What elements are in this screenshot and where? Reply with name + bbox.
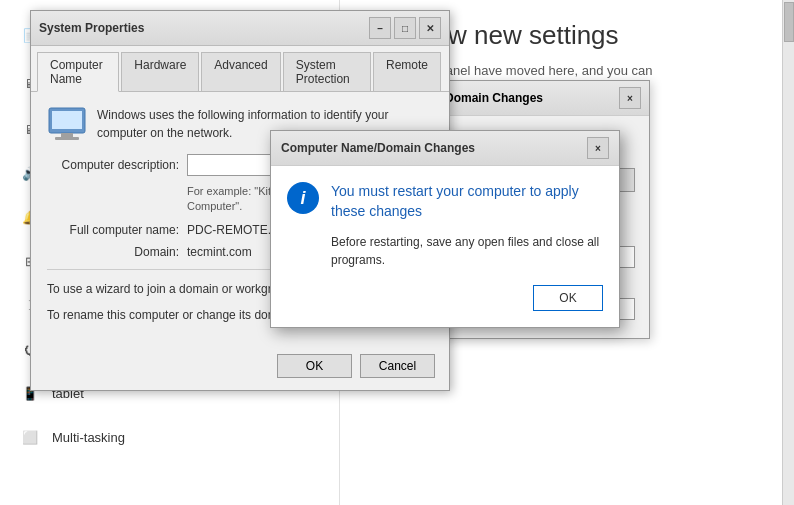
tabs-bar: Computer Name Hardware Advanced System P… [31, 46, 449, 92]
minimize-button[interactable]: – [369, 17, 391, 39]
svg-rect-2 [61, 133, 73, 137]
dc-body: i You must restart your computer to appl… [271, 166, 619, 327]
dc-content-row: i You must restart your computer to appl… [287, 182, 603, 221]
dc-main-text: You must restart your computer to apply … [331, 182, 603, 221]
svg-rect-3 [55, 137, 79, 140]
tab-remote[interactable]: Remote [373, 52, 441, 91]
cancel-button[interactable]: Cancel [360, 354, 435, 378]
bg-dialog-close-button[interactable]: × [619, 87, 641, 109]
dc-button-row: OK [287, 285, 603, 311]
dc-ok-button[interactable]: OK [533, 285, 603, 311]
domain-label: Domain: [47, 245, 187, 259]
dc-titlebar: Computer Name/Domain Changes × [271, 131, 619, 166]
sys-properties-buttons: OK Cancel [31, 346, 449, 390]
full-name-label: Full computer name: [47, 223, 187, 237]
sidebar-item-multitasking[interactable]: ⬜ Multi-tasking [0, 415, 339, 459]
ok-button[interactable]: OK [277, 354, 352, 378]
sys-properties-titlebar: System Properties – □ ✕ [31, 11, 449, 46]
dc-sub-text: Before restarting, save any open files a… [287, 233, 603, 269]
svg-rect-1 [52, 111, 82, 129]
note1-text-part: To use a wizard to join a domain or work… [47, 282, 295, 296]
sidebar-multitask-label: Multi-tasking [52, 430, 125, 445]
tab-computer-name[interactable]: Computer Name [37, 52, 119, 92]
domain-changes-dialog: Computer Name/Domain Changes × i You mus… [270, 130, 620, 328]
dc-close-button[interactable]: × [587, 137, 609, 159]
tab-system-protection[interactable]: System Protection [283, 52, 371, 91]
dc-title: Computer Name/Domain Changes [281, 141, 475, 155]
comp-desc-label: Computer description: [47, 158, 187, 172]
tab-advanced[interactable]: Advanced [201, 52, 280, 91]
scrollbar-thumb[interactable] [784, 2, 794, 42]
close-button[interactable]: ✕ [419, 17, 441, 39]
tab-hardware[interactable]: Hardware [121, 52, 199, 91]
domain-value: tecmint.com [187, 245, 252, 259]
info-icon: i [287, 182, 319, 214]
computer-svg-icon [47, 106, 87, 141]
multitask-icon: ⬜ [20, 427, 40, 447]
maximize-button[interactable]: □ [394, 17, 416, 39]
sys-properties-title: System Properties [39, 21, 144, 35]
titlebar-controls: – □ ✕ [369, 17, 441, 39]
main-scrollbar[interactable] [782, 0, 794, 505]
